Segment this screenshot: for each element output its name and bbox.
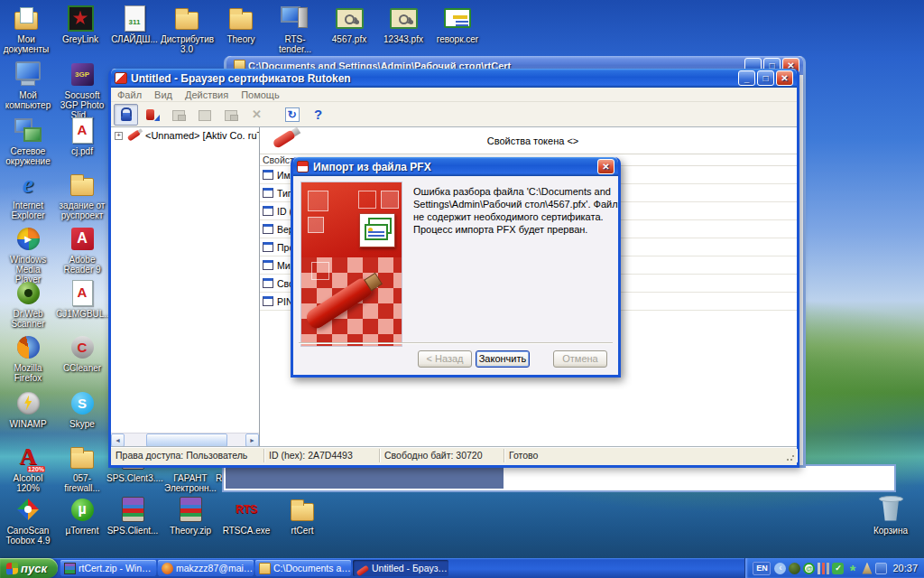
- toolbar-import-pfx-button[interactable]: [140, 104, 164, 126]
- scroll-left-arrow[interactable]: ◄: [111, 434, 125, 447]
- tray-signal-bars-icon[interactable]: [818, 563, 829, 574]
- rtsexe-icon[interactable]: [231, 495, 262, 524]
- taskbar-task-rutoken[interactable]: Untitled - Браузер се...: [353, 560, 448, 576]
- greylink-icon[interactable]: [65, 4, 96, 33]
- menu-item[interactable]: Помощь: [235, 89, 286, 101]
- toolbar-refresh-button[interactable]: [280, 104, 304, 126]
- tray-shield-check-icon[interactable]: [832, 563, 844, 574]
- desktop-icon-winrar[interactable]: Theory.zip: [164, 495, 217, 536]
- desktop-icon-pfx[interactable]: 4567.pfx: [323, 4, 375, 44]
- taskbar-task-winrar[interactable]: rtCert.zip - WinRAR (...: [60, 560, 156, 576]
- desktop-icon-pfx[interactable]: 12343.pfx: [377, 4, 430, 44]
- desktop-icon-greylink[interactable]: GreyLink: [54, 4, 106, 44]
- pfx-icon[interactable]: [334, 4, 365, 33]
- desktop-icon-mydocs[interactable]: Мои документы: [0, 4, 52, 54]
- rutoken-titlebar[interactable]: Untitled - Браузер сертификатов Rutoken …: [111, 69, 797, 88]
- desktop-icon-adobe[interactable]: Adobe Reader 9: [56, 224, 108, 275]
- hide-tray-icons-chevron[interactable]: ‹: [774, 563, 786, 574]
- desktop-icon-winamp[interactable]: WINAMP: [2, 388, 54, 429]
- desktop-icon-folder[interactable]: задание от руспроект: [56, 170, 108, 220]
- folder-icon[interactable]: [171, 4, 202, 33]
- winrar-icon[interactable]: [175, 495, 206, 524]
- desktop-icon-folder[interactable]: Дистрибутив 3.0: [161, 4, 213, 54]
- desktop-icon-rtsexe[interactable]: RTSCA.exe: [220, 495, 273, 536]
- folder-icon[interactable]: [67, 443, 97, 471]
- finish-button[interactable]: Закончить: [476, 350, 530, 368]
- desktop-icon-slides[interactable]: СЛАЙДШ...: [108, 4, 161, 44]
- desktop-icon-folder[interactable]: rtCert: [276, 495, 328, 536]
- pfx-import-dialog[interactable]: Импорт из файла PFX ✕ Ошибка разбора фай…: [291, 157, 621, 378]
- start-button[interactable]: пуск: [0, 558, 58, 578]
- desktop-icon-folder[interactable]: 057-firewall...: [56, 443, 108, 493]
- desktop-icon-cer[interactable]: геворк.cer: [431, 4, 484, 44]
- desktop-icon-folder[interactable]: Theory: [215, 4, 267, 44]
- wmp-icon[interactable]: [13, 224, 43, 253]
- desktop-icon-ccleaner[interactable]: CCleaner: [56, 332, 108, 373]
- tray-hat-icon[interactable]: [861, 563, 873, 574]
- desktop-icon-alcohol[interactable]: Alcohol 120%: [2, 443, 54, 493]
- firefox-icon[interactable]: [13, 332, 43, 361]
- winrar-icon[interactable]: [117, 495, 148, 524]
- dialog-close-button[interactable]: ✕: [597, 159, 614, 174]
- pdf-icon[interactable]: [67, 116, 97, 144]
- network-icon[interactable]: [13, 116, 43, 144]
- back-button[interactable]: < Назад: [418, 350, 472, 368]
- drweb-icon[interactable]: [13, 278, 43, 307]
- desktop-icon-socusoft[interactable]: Socusoft 3GP Photo Slid...: [56, 60, 108, 120]
- tray-drweb-icon[interactable]: [789, 563, 800, 574]
- pfx-icon[interactable]: [388, 4, 419, 33]
- desktop-icon-wmp[interactable]: Windows Media Player: [2, 224, 54, 284]
- dialog-titlebar[interactable]: Импорт из файла PFX ✕: [293, 157, 618, 176]
- language-indicator[interactable]: EN: [753, 562, 771, 575]
- desktop-icon-network[interactable]: Сетевое окружение: [2, 116, 54, 166]
- rtstender-icon[interactable]: [280, 4, 310, 33]
- desktop-icon-winrar[interactable]: SPS.Client...: [106, 495, 159, 536]
- folder-icon[interactable]: [287, 495, 318, 524]
- desktop-icon-rtstender[interactable]: RTS-tender...: [269, 4, 321, 54]
- desktop-icon-canoscan[interactable]: CanoScan Toobox 4.9: [2, 495, 54, 545]
- mycomputer-icon[interactable]: [13, 60, 43, 89]
- ccleaner-icon[interactable]: [67, 332, 97, 361]
- tray-pinwheel-icon[interactable]: [846, 563, 858, 574]
- desktop-icon-mycomputer[interactable]: Мой компьютер: [2, 60, 54, 110]
- alcohol-icon[interactable]: [13, 443, 43, 471]
- menu-item[interactable]: Файл: [111, 89, 148, 101]
- pdf-icon[interactable]: [67, 278, 97, 307]
- taskbar-task-folder[interactable]: C:\Documents and Se...: [255, 560, 351, 576]
- toolbar-help-button[interactable]: [306, 104, 330, 126]
- desktop-icon-ie[interactable]: Internet Explorer: [2, 170, 54, 220]
- folder-icon[interactable]: [226, 4, 256, 33]
- scrollbar-thumb[interactable]: [146, 434, 227, 447]
- cer-icon[interactable]: [442, 4, 473, 33]
- socusoft-icon[interactable]: [67, 60, 97, 89]
- winamp-icon[interactable]: [13, 388, 43, 417]
- toolbar-lock-button[interactable]: [114, 104, 138, 126]
- desktop-icon-skype[interactable]: Skype: [56, 388, 108, 429]
- desktop-icon-utorrent[interactable]: µTorrent: [56, 495, 108, 536]
- desktop-icon-drweb[interactable]: Dr.Web Scanner: [2, 278, 54, 329]
- canoscan-icon[interactable]: [13, 495, 43, 524]
- slides-icon[interactable]: [119, 4, 150, 33]
- close-button[interactable]: ✕: [776, 70, 793, 86]
- minimize-button[interactable]: _: [738, 70, 755, 86]
- desktop-icon-firefox[interactable]: Mozilla Firefox: [2, 332, 54, 383]
- skype-icon[interactable]: [67, 388, 97, 417]
- desktop-icon-pdf[interactable]: CJ1MGBUL...: [56, 278, 108, 319]
- ie-icon[interactable]: [13, 170, 43, 199]
- desktop-icon-recycle[interactable]: Корзина: [864, 495, 917, 536]
- tree-item-token-root[interactable]: + <Unnamed> [Aktiv Co. ruToken: [111, 127, 259, 144]
- desktop-icon-pdf[interactable]: cj.pdf: [56, 116, 108, 156]
- scrollbar-track[interactable]: [125, 434, 245, 447]
- resize-grip[interactable]: [786, 452, 795, 461]
- expand-icon[interactable]: +: [115, 132, 123, 140]
- tray-blue-app-icon[interactable]: [875, 563, 887, 574]
- recycle-icon[interactable]: [875, 495, 906, 524]
- adobe-icon[interactable]: [67, 224, 97, 253]
- background-progress-window[interactable]: [222, 464, 896, 492]
- scroll-right-arrow[interactable]: ►: [245, 434, 259, 447]
- maximize-button[interactable]: □: [757, 70, 774, 86]
- tray-at-green-icon[interactable]: [803, 563, 815, 574]
- folder-icon[interactable]: [67, 170, 97, 199]
- utorrent-icon[interactable]: [67, 495, 97, 524]
- tree-horizontal-scrollbar[interactable]: ◄ ►: [111, 433, 259, 446]
